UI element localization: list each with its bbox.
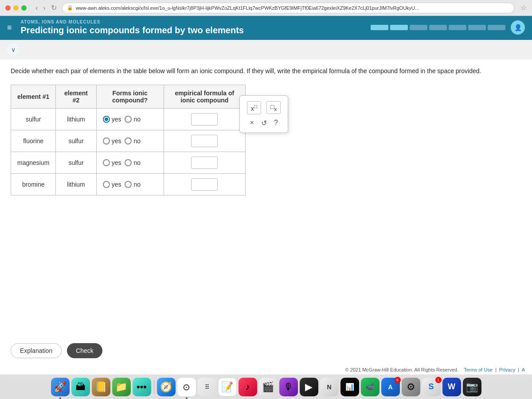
keynote-icon: A — [388, 383, 392, 391]
radio-yes-row1[interactable]: yes — [103, 116, 121, 123]
subscript-button[interactable]: □x — [266, 101, 281, 114]
radio-no-row4[interactable]: no — [125, 181, 141, 188]
terms-link[interactable]: Terms of Use — [464, 367, 493, 372]
cell-ionic-choice[interactable]: yes no — [96, 130, 164, 152]
explanation-button[interactable]: Explanation — [11, 343, 62, 358]
window-controls — [5, 5, 27, 11]
dock-item-music[interactable]: ♪ — [239, 378, 257, 396]
back-button[interactable]: ‹ — [34, 4, 39, 12]
table-row: fluorine sulfur yes no — [11, 130, 246, 152]
safari-icon: 🧭 — [160, 381, 172, 393]
more-icon: ••• — [137, 381, 147, 393]
radio-no-row3[interactable]: no — [125, 159, 141, 166]
settings-icon: ⚙ — [407, 381, 415, 393]
dock-item-facetime[interactable]: 📹 — [361, 378, 379, 396]
cell-ionic-choice[interactable]: yes no — [96, 152, 164, 174]
minimize-window-button[interactable] — [13, 5, 19, 11]
radio-no-row2[interactable]: no — [125, 137, 141, 145]
radio-circle-yes-row1 — [103, 116, 110, 123]
radio-circle-no-row4 — [125, 181, 132, 188]
dock-item-chrome[interactable]: ⊙ — [177, 378, 196, 396]
bookmark-button[interactable]: ☆ — [520, 4, 527, 12]
header-subtitle: ATOMS, IONS AND MOLECULES — [21, 20, 365, 24]
accessibility-link[interactable]: A — [522, 367, 525, 372]
close-window-button[interactable] — [5, 5, 11, 11]
maximize-window-button[interactable] — [21, 5, 27, 11]
cell-element2: lithium — [56, 109, 96, 130]
dock-item-launchpad[interactable]: 🚀 — [51, 378, 70, 396]
dock-item-stocks[interactable]: 📊 — [340, 378, 359, 396]
compound-table: element #1 element #2 Forms ionic compou… — [11, 85, 246, 196]
forward-button[interactable]: › — [41, 4, 47, 12]
menu-icon[interactable]: ≡ — [7, 23, 12, 32]
dock-item-settings[interactable]: ⚙ — [402, 378, 420, 396]
cell-element1: bromine — [11, 174, 56, 196]
cell-formula-row3[interactable] — [164, 152, 245, 174]
cell-formula-row2[interactable] — [164, 130, 245, 152]
dock-item-contacts[interactable]: 📒 — [92, 378, 110, 396]
chrome-icon: ⊙ — [183, 382, 190, 392]
check-button[interactable]: Check — [67, 343, 102, 358]
radio-no-row1[interactable]: no — [125, 116, 141, 123]
section-toggle[interactable]: ∨ — [7, 43, 20, 56]
formula-input-row1[interactable] — [191, 113, 218, 125]
instructions-text: Decide whether each pair of elements in … — [11, 66, 521, 76]
reload-button[interactable]: ↻ — [49, 4, 59, 12]
user-avatar[interactable]: 👤 — [511, 20, 525, 35]
progress-seg-7 — [488, 25, 505, 30]
radio-yes-row4[interactable]: yes — [103, 181, 121, 188]
footer: © 2021 McGraw-Hill Education. All Rights… — [345, 367, 525, 372]
radio-yes-row2[interactable]: yes — [103, 137, 121, 145]
lock-icon: 🔒 — [67, 5, 73, 11]
dock-item-news[interactable]: N — [320, 378, 339, 396]
dock-item-camera[interactable]: 📷 — [463, 378, 481, 396]
radio-yes-row3[interactable]: yes — [103, 159, 121, 166]
photos-icon: 🏔 — [76, 381, 86, 393]
table-row: magnesium sulfur yes no — [11, 152, 246, 174]
camera-icon: 📷 — [466, 381, 478, 393]
dock-item-scripting[interactable]: S1 — [422, 378, 441, 396]
privacy-link[interactable]: Privacy — [499, 367, 515, 372]
col-header-empirical-formula: empirical formula of ionic compound — [164, 85, 245, 109]
help-popup-button[interactable]: ? — [274, 119, 278, 127]
table-row: bromine lithium yes no — [11, 174, 246, 196]
tv-icon: ▶ — [305, 381, 313, 393]
dock-item-photos[interactable]: 🏔 — [71, 378, 90, 396]
radio-no-label-row1: no — [133, 116, 141, 123]
cell-formula-row4[interactable] — [164, 174, 245, 196]
cell-ionic-choice[interactable]: yes no — [96, 174, 164, 196]
cell-formula-row1[interactable] — [164, 109, 245, 130]
undo-popup-button[interactable]: ↺ — [261, 119, 267, 127]
radio-group-row3: yes no — [103, 159, 157, 166]
address-bar[interactable]: 🔒 www-awn.aleks.com/alekscgi/x/lsl.exe/1… — [62, 3, 514, 13]
formula-input-row3[interactable] — [191, 156, 218, 169]
subscript-icon: □x — [270, 103, 277, 110]
radio-circle-no-row2 — [125, 137, 132, 145]
radio-yes-label-row3: yes — [112, 159, 121, 166]
formula-input-row2[interactable] — [191, 135, 218, 147]
radio-circle-no-row1 — [125, 116, 132, 123]
cell-ionic-choice[interactable]: yes no — [96, 109, 164, 130]
dock-item-grid[interactable]: ⠿ — [198, 378, 216, 396]
dock-item-word[interactable]: W — [442, 378, 461, 396]
dock-item-files[interactable]: 📁 — [112, 378, 131, 396]
close-popup-button[interactable]: × — [250, 119, 254, 127]
superscript-button[interactable]: x□ — [247, 101, 261, 114]
dock-item-video[interactable]: 🎬 — [259, 378, 278, 396]
dock-separator-1 — [154, 380, 154, 394]
cell-element2: sulfur — [56, 152, 96, 174]
formula-input-row4[interactable] — [191, 178, 218, 191]
dock-item-tv[interactable]: ▶ — [300, 378, 318, 396]
cell-element1: magnesium — [11, 152, 56, 174]
radio-no-label-row3: no — [133, 159, 141, 166]
facetime-icon: 📹 — [366, 383, 375, 391]
dock-item-podcasts[interactable]: 🎙 — [279, 378, 298, 396]
keynote-badge: 6 — [395, 377, 401, 383]
dock-item-notes[interactable]: 📝 — [218, 378, 237, 396]
radio-circle-yes-row3 — [103, 159, 110, 166]
dock-item-keynote[interactable]: A6 — [381, 378, 400, 396]
radio-group-row1: yes no — [103, 116, 157, 123]
radio-group-row2: yes no — [103, 137, 157, 145]
dock-item-safari[interactable]: 🧭 — [157, 378, 176, 396]
dock-item-more[interactable]: ••• — [133, 378, 151, 396]
